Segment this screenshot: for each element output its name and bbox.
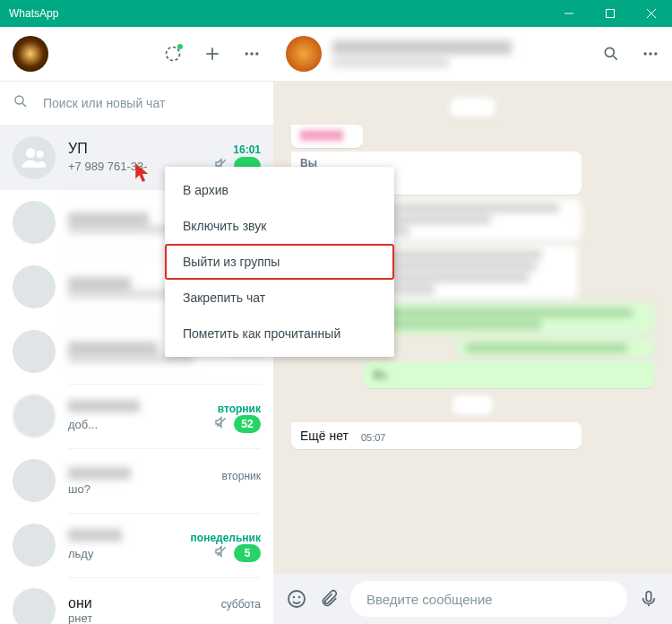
chat-item[interactable]: они суббота рнет bbox=[0, 577, 273, 624]
message-time: 05:07 bbox=[361, 432, 386, 443]
svg-line-15 bbox=[614, 56, 617, 60]
message-input[interactable] bbox=[365, 591, 613, 608]
message-incoming[interactable] bbox=[291, 125, 363, 148]
message-outgoing[interactable]: Вс bbox=[364, 361, 654, 388]
message-outgoing[interactable] bbox=[376, 303, 654, 334]
muted-icon bbox=[214, 415, 228, 433]
unread-badge: 52 bbox=[234, 415, 261, 433]
svg-point-8 bbox=[250, 52, 253, 55]
app-title: WhatsApp bbox=[0, 7, 67, 20]
chat-time: вторник bbox=[222, 470, 261, 482]
svg-rect-1 bbox=[607, 10, 615, 18]
date-chip bbox=[291, 395, 654, 415]
chat-preview: доб... bbox=[68, 418, 98, 431]
message-incoming[interactable]: Ещё нет 05:07 bbox=[291, 422, 582, 449]
svg-line-11 bbox=[22, 103, 26, 107]
chat-time: понедельник bbox=[191, 532, 261, 544]
chat-preview: шо? bbox=[68, 482, 90, 496]
chat-preview: льду bbox=[68, 547, 93, 560]
menu-unmute[interactable]: Включить звук bbox=[165, 208, 394, 244]
message-input-wrap bbox=[350, 581, 627, 617]
group-avatar-icon bbox=[13, 136, 56, 179]
chat-item[interactable]: вторник доб... 52 bbox=[0, 384, 273, 448]
menu-mark-read[interactable]: Пометить как прочитанный bbox=[165, 316, 394, 351]
svg-point-13 bbox=[37, 151, 44, 158]
mic-icon[interactable] bbox=[638, 588, 659, 610]
unread-badge: 5 bbox=[234, 544, 261, 562]
conversation-header[interactable] bbox=[273, 27, 672, 82]
message-text: Ещё нет bbox=[300, 429, 349, 443]
chat-time: суббота bbox=[221, 598, 261, 611]
chat-avatar bbox=[13, 265, 56, 308]
chat-preview: +7 989 761-33- bbox=[68, 160, 148, 173]
sender-name bbox=[300, 130, 343, 141]
chat-item[interactable]: понедельник льду 5 bbox=[0, 513, 273, 577]
conversation-title bbox=[332, 40, 512, 67]
svg-point-17 bbox=[649, 52, 651, 55]
date-chip bbox=[291, 98, 654, 117]
search-icon bbox=[13, 93, 29, 113]
svg-point-12 bbox=[26, 148, 36, 158]
search-in-chat-icon[interactable] bbox=[602, 45, 620, 63]
menu-archive[interactable]: В архив bbox=[165, 172, 394, 208]
window-maximize-button[interactable] bbox=[590, 0, 631, 27]
message-outgoing[interactable] bbox=[457, 338, 654, 358]
menu-leave-group[interactable]: Выйти из группы bbox=[165, 244, 394, 280]
composer bbox=[273, 574, 672, 624]
svg-point-9 bbox=[255, 52, 258, 55]
chat-avatar bbox=[13, 524, 56, 567]
chat-time: 16:01 bbox=[233, 143, 261, 156]
svg-point-18 bbox=[654, 52, 657, 55]
chat-avatar bbox=[13, 459, 56, 502]
chat-avatar bbox=[13, 588, 56, 624]
svg-point-21 bbox=[298, 596, 300, 598]
chat-avatar bbox=[13, 394, 56, 438]
chat-avatar bbox=[13, 201, 56, 244]
svg-rect-22 bbox=[646, 592, 651, 602]
my-avatar[interactable] bbox=[13, 36, 48, 72]
chat-avatar bbox=[13, 330, 56, 373]
chat-name: УП bbox=[68, 141, 88, 157]
svg-point-10 bbox=[15, 96, 23, 104]
title-bar: WhatsApp bbox=[0, 0, 672, 27]
conversation-menu-icon[interactable] bbox=[642, 45, 659, 63]
chat-preview: рнет bbox=[68, 611, 92, 624]
svg-point-4 bbox=[167, 48, 180, 61]
emoji-icon[interactable] bbox=[286, 588, 307, 610]
new-chat-icon[interactable] bbox=[203, 45, 221, 63]
attach-icon[interactable] bbox=[318, 588, 340, 610]
svg-point-20 bbox=[293, 596, 295, 598]
search-bar bbox=[0, 82, 273, 126]
status-unread-dot bbox=[177, 44, 183, 49]
muted-icon bbox=[214, 544, 228, 562]
menu-dots-icon[interactable] bbox=[243, 45, 261, 63]
svg-point-14 bbox=[605, 48, 614, 56]
svg-point-19 bbox=[289, 591, 305, 607]
status-icon[interactable] bbox=[164, 45, 182, 63]
conversation-avatar bbox=[286, 36, 322, 72]
search-input[interactable] bbox=[41, 95, 261, 111]
svg-point-7 bbox=[246, 52, 248, 55]
menu-pin[interactable]: Закрепить чат bbox=[165, 280, 394, 316]
chat-context-menu: В архив Включить звук Выйти из группы За… bbox=[165, 167, 394, 357]
left-header bbox=[0, 27, 273, 82]
svg-point-16 bbox=[644, 52, 647, 55]
window-close-button[interactable] bbox=[631, 0, 672, 27]
window-minimize-button[interactable] bbox=[548, 0, 590, 27]
chat-item[interactable]: вторник шо? bbox=[0, 448, 273, 513]
chat-time: вторник bbox=[218, 403, 261, 415]
